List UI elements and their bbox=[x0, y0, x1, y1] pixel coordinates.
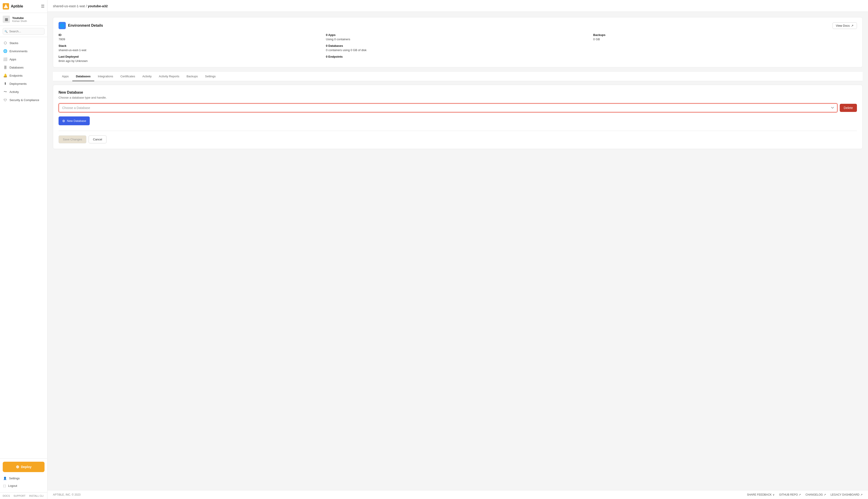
sidebar-item-label: Activity bbox=[10, 90, 19, 94]
apps-icon: ⬜ bbox=[3, 57, 7, 61]
legacy-dashboard-label: LEGACY DASHBOARD bbox=[830, 493, 859, 496]
env-card-title: 🌐 Environment Details bbox=[59, 22, 103, 29]
tab-certificates[interactable]: Certificates bbox=[117, 72, 139, 81]
sidebar-item-label: Environments bbox=[10, 49, 27, 53]
share-feedback-chevron: ∨ bbox=[773, 493, 774, 496]
changelog-link[interactable]: CHANGELOG ↗ bbox=[805, 493, 826, 496]
deploy-button[interactable]: ⊕ Deploy bbox=[3, 462, 45, 472]
deploy-plus-icon: ⊕ bbox=[16, 464, 19, 470]
org-icon: ▦ bbox=[3, 16, 10, 23]
stacks-icon: ⬡ bbox=[3, 41, 7, 45]
form-divider bbox=[59, 131, 857, 131]
env-detail-backups: Backups 0 GB bbox=[593, 33, 857, 41]
cancel-button[interactable]: Cancel bbox=[89, 135, 106, 143]
new-db-label: New Database bbox=[67, 119, 86, 123]
logout-label: Logout bbox=[8, 484, 17, 487]
db-stat-label: 0 Databases bbox=[326, 44, 590, 48]
legacy-external-icon: ↗ bbox=[860, 493, 863, 496]
brand-name: Aptible bbox=[11, 4, 23, 8]
ep-stat-label: 0 Endpoints bbox=[326, 55, 590, 58]
delete-button[interactable]: Delete bbox=[840, 104, 857, 112]
sidebar-item-stacks[interactable]: ⬡ Stacks bbox=[0, 39, 47, 47]
stack-value: shared-us-east-1-wat bbox=[59, 48, 322, 52]
tab-apps[interactable]: Apps bbox=[58, 72, 72, 81]
apps-stat-label: 0 Apps bbox=[326, 33, 590, 37]
view-docs-label: View Docs bbox=[836, 24, 850, 27]
sidebar-item-activity[interactable]: 〜 Activity bbox=[0, 88, 47, 96]
database-select-wrapper: Choose a Database bbox=[59, 103, 838, 112]
logout-icon: ⬚ bbox=[3, 484, 6, 487]
share-feedback-link[interactable]: SHARE FEEDBACK ∨ bbox=[747, 493, 774, 496]
tab-settings[interactable]: Settings bbox=[201, 72, 219, 81]
sidebar-item-label: Databases bbox=[10, 66, 24, 69]
tab-backups[interactable]: Backups bbox=[183, 72, 201, 81]
tab-databases[interactable]: Databases bbox=[72, 72, 94, 81]
logo: Aptible bbox=[3, 3, 23, 10]
environment-details-card: 🌐 Environment Details View Docs ↗ ID 780… bbox=[53, 17, 863, 68]
tab-integrations[interactable]: Integrations bbox=[94, 72, 117, 81]
databases-icon: 🗄 bbox=[3, 65, 7, 70]
section-subtitle: Choose a database type and handle. bbox=[59, 96, 857, 99]
sidebar-item-label: Security & Compliance bbox=[10, 98, 39, 102]
view-docs-button[interactable]: View Docs ↗ bbox=[832, 22, 857, 29]
section-title: New Database bbox=[59, 90, 857, 95]
main-header: shared-us-east-1-wat / youtube-a32 bbox=[48, 0, 868, 12]
install-cli-link[interactable]: INSTALL CLI bbox=[29, 495, 44, 497]
search-container bbox=[0, 26, 47, 37]
env-details-grid: ID 7809 Stack shared-us-east-1-wat Last … bbox=[59, 33, 857, 63]
aptible-logo-icon bbox=[3, 3, 9, 10]
action-row: Save Changes Cancel bbox=[59, 135, 857, 143]
org-name: Youtube bbox=[12, 16, 27, 20]
env-detail-deployed: Last Deployed 8min ago by Unknown bbox=[59, 55, 322, 63]
settings-link[interactable]: 👤 Settings bbox=[3, 475, 45, 482]
github-repo-link[interactable]: GITHUB REPO ↗ bbox=[779, 493, 801, 496]
sidebar-item-endpoints[interactable]: 🔔 Endpoints bbox=[0, 71, 47, 80]
tab-activity-reports[interactable]: Activity Reports bbox=[155, 72, 183, 81]
org-user: Kishan Sheth bbox=[12, 20, 27, 22]
menu-icon[interactable]: ☰ bbox=[41, 4, 45, 9]
sidebar-item-databases[interactable]: 🗄 Databases bbox=[0, 63, 47, 71]
legacy-dashboard-link[interactable]: LEGACY DASHBOARD ↗ bbox=[830, 493, 863, 496]
tab-bar: Apps Databases Integrations Certificates… bbox=[53, 72, 863, 81]
sidebar-item-label: Stacks bbox=[10, 41, 18, 45]
sidebar-footer-links: DOCS SUPPORT INSTALL CLI bbox=[0, 492, 47, 499]
sidebar-item-security[interactable]: 🛡 Security & Compliance bbox=[0, 96, 47, 104]
db-stat-sub: 0 containers using 0 GB of disk bbox=[326, 48, 590, 52]
sidebar-nav: ⬡ Stacks 🌐 Environments ⬜ Apps 🗄 Databas… bbox=[0, 37, 47, 458]
sidebar-item-deployments[interactable]: ⬆ Deployments bbox=[0, 80, 47, 88]
deployed-label: Last Deployed bbox=[59, 55, 322, 58]
changelog-external-icon: ↗ bbox=[824, 493, 826, 496]
tab-activity[interactable]: Activity bbox=[139, 72, 155, 81]
save-changes-button[interactable]: Save Changes bbox=[59, 135, 86, 143]
search-input[interactable] bbox=[3, 28, 45, 35]
changelog-label: CHANGELOG bbox=[805, 493, 823, 496]
env-detail-databases-stat: 0 Databases 0 containers using 0 GB of d… bbox=[326, 44, 590, 52]
new-database-section: New Database Choose a database type and … bbox=[53, 85, 863, 149]
breadcrumb-app: youtube-a32 bbox=[88, 4, 108, 8]
settings-icon: 👤 bbox=[3, 477, 7, 480]
breadcrumb-env: shared-us-east-1-wat bbox=[53, 4, 85, 8]
env-detail-stack: Stack shared-us-east-1-wat bbox=[59, 44, 322, 52]
sidebar-item-apps[interactable]: ⬜ Apps bbox=[0, 55, 47, 63]
sidebar-item-label: Endpoints bbox=[10, 74, 23, 77]
new-db-plus-icon: ⊕ bbox=[62, 119, 65, 123]
docs-link[interactable]: DOCS bbox=[3, 495, 10, 497]
sidebar-item-label: Deployments bbox=[10, 82, 27, 85]
env-card-title-text: Environment Details bbox=[68, 24, 103, 27]
env-detail-id: ID 7809 bbox=[59, 33, 322, 41]
sidebar: Aptible ☰ ▦ Youtube Kishan Sheth ⬡ Stack… bbox=[0, 0, 48, 499]
id-label: ID bbox=[59, 33, 322, 37]
breadcrumb-separator: / bbox=[85, 4, 88, 8]
endpoints-icon: 🔔 bbox=[3, 73, 7, 77]
new-database-button[interactable]: ⊕ New Database bbox=[59, 117, 90, 125]
stack-label: Stack bbox=[59, 44, 322, 48]
logout-link[interactable]: ⬚ Logout bbox=[3, 482, 45, 489]
support-link[interactable]: SUPPORT bbox=[14, 495, 26, 497]
main-scrollable: 🌐 Environment Details View Docs ↗ ID 780… bbox=[48, 12, 868, 490]
env-detail-endpoints-stat: 0 Endpoints bbox=[326, 55, 590, 58]
database-row: Choose a Database Delete bbox=[59, 103, 857, 112]
org-selector[interactable]: ▦ Youtube Kishan Sheth bbox=[0, 13, 47, 26]
sidebar-item-environments[interactable]: 🌐 Environments bbox=[0, 47, 47, 55]
database-select[interactable]: Choose a Database bbox=[59, 104, 837, 112]
main-content-area: shared-us-east-1-wat / youtube-a32 🌐 Env… bbox=[48, 0, 868, 499]
